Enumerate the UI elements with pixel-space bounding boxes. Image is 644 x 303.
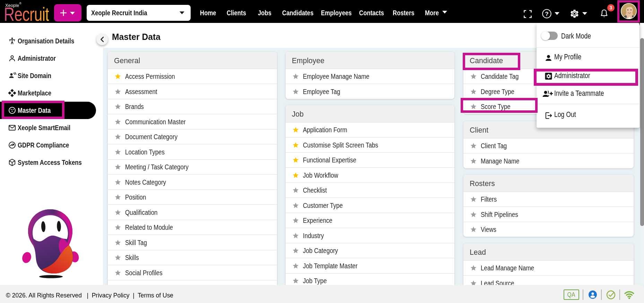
svg-text:?: ? xyxy=(545,11,548,17)
